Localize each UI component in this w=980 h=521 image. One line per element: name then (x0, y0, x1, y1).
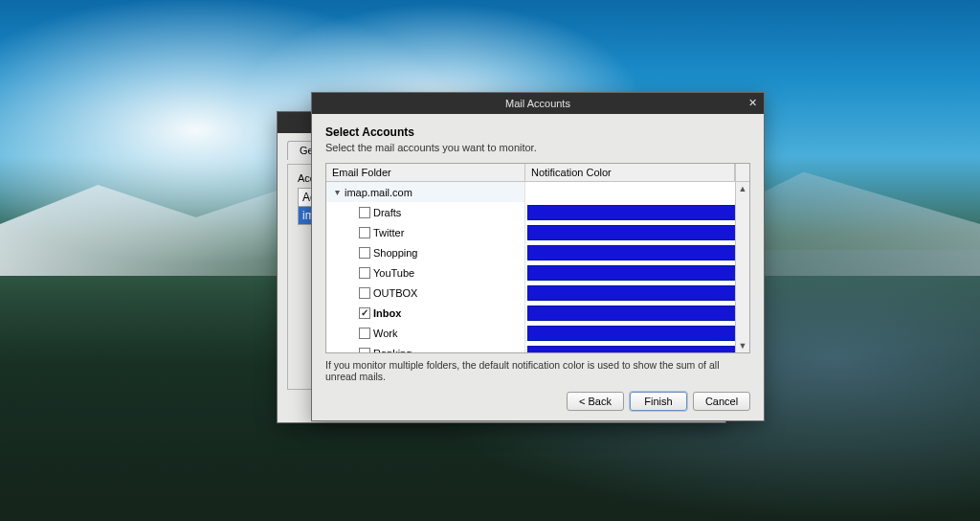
folder-label: Ranking (373, 348, 412, 353)
notification-color-swatch[interactable] (527, 346, 746, 353)
scroll-up-icon[interactable]: ▲ (736, 182, 749, 195)
folder-row[interactable]: Ranking (326, 343, 749, 352)
account-root-row[interactable]: ▾ imap.mail.com (326, 182, 749, 202)
folder-checkbox[interactable] (359, 247, 370, 259)
folder-row[interactable]: YouTube (326, 262, 749, 283)
vertical-scrollbar[interactable]: ▲ ▼ (735, 182, 749, 352)
notification-color-swatch[interactable] (527, 285, 746, 301)
folder-label: Shopping (373, 247, 418, 259)
folder-label: OUTBOX (373, 287, 417, 299)
notification-color-swatch[interactable] (527, 225, 746, 240)
notification-color-swatch[interactable] (527, 205, 746, 220)
dialog-heading: Select Accounts (325, 125, 750, 139)
folder-label: Twitter (373, 227, 404, 238)
column-header-folder[interactable]: Email Folder (326, 164, 525, 181)
dialog-subheading: Select the mail accounts you want to mon… (325, 142, 750, 153)
folder-label: Drafts (373, 207, 401, 218)
finish-button[interactable]: Finish (630, 392, 687, 411)
back-button[interactable]: < Back (567, 392, 624, 411)
folder-row[interactable]: Work (326, 323, 749, 343)
folder-row[interactable]: Shopping (326, 242, 749, 262)
folder-row[interactable]: Drafts (326, 202, 749, 222)
account-root-label: imap.mail.com (345, 187, 412, 198)
folder-label: YouTube (373, 267, 414, 279)
dialog-titlebar[interactable]: Mail Accounts ✕ (312, 93, 764, 114)
folder-label: Work (373, 328, 397, 339)
folder-checkbox[interactable] (359, 227, 370, 238)
folder-checkbox[interactable] (359, 328, 370, 339)
notification-color-swatch[interactable] (527, 265, 746, 281)
mail-accounts-dialog: Mail Accounts ✕ Select Accounts Select t… (311, 92, 765, 421)
folder-row[interactable]: Inbox (326, 303, 749, 323)
close-icon[interactable]: ✕ (745, 95, 760, 110)
folder-checkbox[interactable] (359, 287, 370, 299)
dialog-title: Mail Accounts (505, 98, 570, 109)
cancel-button[interactable]: Cancel (693, 392, 750, 411)
notification-color-swatch[interactable] (527, 326, 746, 341)
folder-checkbox[interactable] (359, 267, 370, 279)
folder-checkbox[interactable] (359, 207, 370, 218)
column-header-color[interactable]: Notification Color (525, 164, 735, 181)
folder-checkbox[interactable] (359, 348, 370, 353)
hint-text: If you monitor multiple folders, the def… (325, 359, 750, 382)
folder-checkbox[interactable] (359, 307, 370, 319)
folder-row[interactable]: OUTBOX (326, 283, 749, 303)
scroll-down-icon[interactable]: ▼ (736, 339, 749, 352)
folder-label: Inbox (373, 307, 401, 319)
chevron-down-icon[interactable]: ▾ (332, 187, 342, 197)
folder-row[interactable]: Twitter (326, 222, 749, 242)
notification-color-swatch[interactable] (527, 306, 746, 321)
notification-color-swatch[interactable] (527, 245, 746, 260)
folders-table: Email Folder Notification Color ▾ imap.m… (325, 163, 750, 353)
scroll-header-stub (735, 164, 749, 181)
